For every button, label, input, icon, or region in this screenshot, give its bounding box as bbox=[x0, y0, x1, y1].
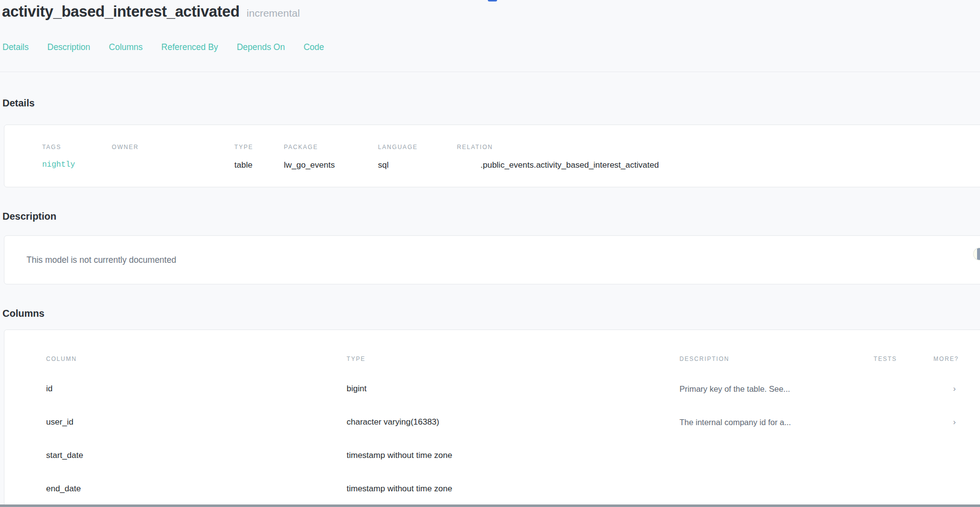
col-header-type: TYPE bbox=[347, 355, 679, 362]
col-header-more: MORE? bbox=[933, 355, 980, 362]
col-header-tests: TESTS bbox=[874, 355, 933, 362]
description-card: This model is not currently documented bbox=[4, 235, 980, 284]
field-label-type: TYPE bbox=[234, 144, 284, 151]
page-title: activity_based_interest_activated bbox=[2, 3, 240, 20]
cell-type: timestamp without time zone bbox=[347, 451, 679, 460]
table-row-start-date[interactable]: start_date timestamp without time zone bbox=[4, 439, 980, 472]
field-value-language: sql bbox=[378, 160, 457, 170]
columns-heading: Columns bbox=[2, 307, 980, 319]
bottom-window-edge bbox=[0, 505, 980, 507]
field-type: TYPE table bbox=[234, 144, 284, 170]
field-label-language: LANGUAGE bbox=[378, 144, 457, 151]
cell-type: bigint bbox=[347, 384, 679, 394]
cell-column-name: user_id bbox=[46, 417, 347, 427]
col-header-description: DESCRIPTION bbox=[679, 355, 874, 362]
field-package: PACKAGE lw_go_events bbox=[284, 144, 378, 170]
columns-table-body: id bigint Primary key of the table. See.… bbox=[4, 372, 980, 506]
field-value-type: table bbox=[234, 160, 284, 170]
model-header: activity_based_interest_activated increm… bbox=[0, 0, 980, 21]
field-label-relation: RELATION bbox=[457, 144, 980, 151]
tab-description[interactable]: Description bbox=[48, 42, 91, 52]
cell-column-name: id bbox=[46, 384, 347, 394]
cell-description: Primary key of the table. See... bbox=[679, 384, 874, 394]
field-tags: TAGS nightly bbox=[42, 144, 112, 170]
columns-card: COLUMN TYPE DESCRIPTION TESTS MORE? id b… bbox=[4, 330, 980, 507]
cell-type: character varying(16383) bbox=[347, 417, 679, 427]
tab-code[interactable]: Code bbox=[303, 42, 324, 52]
description-heading: Description bbox=[2, 210, 980, 222]
field-owner: OWNER bbox=[112, 144, 234, 170]
details-card: TAGS nightly OWNER TYPE table PACKAGE lw… bbox=[4, 125, 980, 187]
columns-table-header: COLUMN TYPE DESCRIPTION TESTS MORE? bbox=[4, 330, 980, 362]
details-heading: Details bbox=[2, 97, 980, 109]
model-tabs: Details Description Columns Referenced B… bbox=[2, 42, 980, 52]
description-placeholder: This model is not currently documented bbox=[26, 255, 176, 265]
col-header-column: COLUMN bbox=[46, 355, 347, 362]
tab-details[interactable]: Details bbox=[2, 42, 29, 52]
field-language: LANGUAGE sql bbox=[378, 144, 457, 170]
materialization-badge: incremental bbox=[247, 7, 300, 19]
field-value-tags: nightly bbox=[42, 160, 112, 169]
tab-referenced-by[interactable]: Referenced By bbox=[161, 42, 218, 52]
tab-depends-on[interactable]: Depends On bbox=[237, 42, 285, 52]
header-divider bbox=[0, 72, 980, 72]
cell-type: timestamp without time zone bbox=[347, 484, 679, 494]
field-label-tags: TAGS bbox=[42, 144, 112, 151]
field-value-package: lw_go_events bbox=[284, 160, 378, 170]
cell-description: The internal company id for a... bbox=[679, 418, 874, 427]
cell-column-name: start_date bbox=[46, 451, 347, 460]
field-relation: RELATION .public_events.activity_based_i… bbox=[457, 144, 980, 170]
chevron-right-icon[interactable]: › bbox=[933, 417, 980, 427]
chevron-right-icon[interactable]: › bbox=[933, 384, 980, 394]
field-value-relation: .public_events.activity_based_interest_a… bbox=[480, 160, 980, 170]
cut-off-blue-element bbox=[488, 0, 497, 1]
field-label-package: PACKAGE bbox=[284, 144, 378, 151]
tab-columns[interactable]: Columns bbox=[109, 42, 143, 52]
table-row-end-date[interactable]: end_date timestamp without time zone bbox=[4, 472, 980, 506]
table-row-user-id[interactable]: user_id character varying(16383) The int… bbox=[4, 406, 980, 439]
field-label-owner: OWNER bbox=[112, 144, 234, 151]
table-row-id[interactable]: id bigint Primary key of the table. See.… bbox=[4, 372, 980, 406]
cell-column-name: end_date bbox=[46, 484, 347, 494]
